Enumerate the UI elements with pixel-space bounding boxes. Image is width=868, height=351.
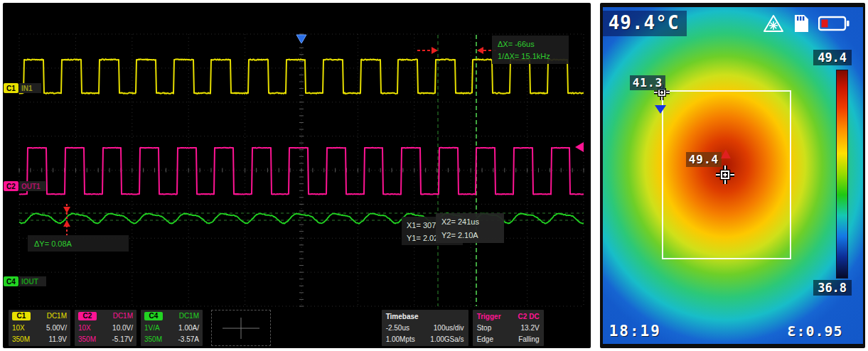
scope-display: ΔX= -66us 1/ΔX= 15.1kHz X1= 307 Y1= 2.02…	[3, 3, 591, 311]
c2-probe: 10X	[78, 323, 91, 333]
dy-readout-box: ΔY= 0.08A	[28, 235, 129, 252]
c1-bandwidth: 350M	[12, 335, 30, 345]
c4-coupling: DC1M	[179, 311, 199, 321]
x2y2-readout-box: X2= 241us Y2= 2.10A	[436, 213, 504, 243]
scale-min-label: 36.8	[813, 280, 852, 296]
x1-value: X1= 307	[407, 221, 436, 230]
c2-bandwidth: 350M	[78, 335, 96, 345]
spot2-temp-label: 49.4	[686, 152, 722, 167]
oscilloscope-panel: ΔX= -66us 1/ΔX= 15.1kHz X1= 307 Y1= 2.02…	[3, 3, 591, 348]
laser-warning-icon	[763, 14, 784, 33]
dx-readout-box: ΔX= -66us 1/ΔX= 15.1kHz	[492, 36, 569, 64]
battery-low-icon	[818, 16, 850, 31]
empty-channel-slot[interactable]	[211, 310, 271, 346]
c1-offset: 11.9V	[49, 335, 67, 345]
trigger-level-marker[interactable]	[575, 142, 584, 152]
c1-scale: 5.00V/	[46, 323, 67, 333]
c2-trace-label: OUT1	[21, 183, 41, 190]
c1-trace-label: IN1	[21, 85, 33, 92]
timebase-samplerate: 1.00GSa/s	[430, 335, 464, 345]
trigger-source: C2 DC	[518, 311, 540, 322]
y1-value: Y1= 2.02	[407, 234, 438, 242]
y2-value: Y2= 2.10A	[441, 231, 478, 239]
c2-scale: 10.0V/	[112, 323, 133, 333]
trigger-type: Edge	[477, 335, 493, 345]
c4-trace-label: IOUT	[21, 278, 38, 286]
dy-arrow-down-icon	[63, 207, 70, 213]
channel-info-c2[interactable]: C2 DC1M 10X10.0V/ 350M-5.17V	[75, 310, 136, 346]
page: ΔX= -66us 1/ΔX= 15.1kHz X1= 307 Y1= 2.02…	[0, 0, 868, 351]
inv-dx-value: 1/ΔX= 15.1kHz	[498, 52, 550, 60]
thermal-camera-panel: 49.4°C	[600, 3, 865, 348]
c4-probe: 1V/A	[144, 323, 160, 333]
c4-channel-badge[interactable]: C4 IOUT	[4, 276, 46, 286]
max-temp-marker-icon	[721, 149, 731, 158]
timebase-title: Timebase	[386, 311, 464, 322]
trigger-box[interactable]: Trigger C2 DC Stop13.2V EdgeFalling	[473, 310, 544, 346]
timebase-memory: 1.00Mpts	[386, 335, 415, 345]
trigger-slope: Falling	[518, 335, 539, 345]
c2-badge: C2	[78, 312, 97, 320]
dy-value: ΔY= 0.08A	[34, 239, 73, 248]
c1-coupling: DC1M	[47, 311, 67, 321]
emissivity-readout: Ɛ:0.95	[787, 323, 842, 340]
c2-offset: -5.17V	[112, 335, 133, 345]
dx-value: ΔX= -66us	[498, 40, 535, 48]
max-temp-readout: 49.4°C	[603, 11, 687, 36]
trigger-position-marker[interactable]	[296, 35, 306, 43]
svg-text:C1: C1	[6, 85, 16, 92]
trigger-title: Trigger	[477, 311, 501, 322]
x2-value: X2= 241us	[441, 217, 479, 226]
timebase-scale: 100us/div	[434, 323, 464, 333]
c2-coupling: DC1M	[113, 311, 133, 321]
c4-scale: 1.00A/	[178, 323, 199, 333]
clock-readout: 18:19	[609, 323, 661, 340]
trigger-mode: Stop	[477, 323, 492, 333]
timebase-box[interactable]: Timebase -2.50us100us/div 1.00Mpts1.00GS…	[382, 310, 468, 346]
dx-arrow2-head-icon	[477, 47, 483, 54]
status-icons	[763, 14, 850, 33]
svg-text:C4: C4	[6, 278, 16, 286]
svg-text:C2: C2	[6, 183, 16, 190]
thermal-image: 49.4°C	[603, 7, 863, 344]
c2-channel-badge[interactable]: C2 OUT1	[4, 181, 46, 191]
scale-max-label: 49.4	[813, 50, 852, 65]
c1-probe: 10X	[12, 323, 25, 333]
channel-info-c4[interactable]: C4 DC1M 1V/A1.00A/ 350M-3.57A	[141, 310, 203, 346]
spot1-temp-label: 41.3	[630, 75, 666, 90]
sd-card-icon	[793, 14, 809, 33]
channel-info-c1[interactable]: C1 DC1M 10X5.00V/ 350M11.9V	[9, 310, 70, 346]
c1-badge: C1	[12, 312, 31, 320]
c4-offset: -3.57A	[178, 335, 199, 345]
min-temp-marker-icon	[655, 105, 666, 114]
c4-badge: C4	[144, 312, 163, 320]
spot2-crosshair-icon	[715, 165, 735, 185]
temperature-scale-bar	[836, 70, 848, 279]
timebase-delay: -2.50us	[386, 323, 409, 333]
trigger-level: 13.2V	[520, 323, 539, 333]
dy-arrow-up-icon	[63, 220, 70, 227]
c1-channel-badge[interactable]: C1 IN1	[4, 83, 41, 93]
c4-bandwidth: 350M	[144, 335, 162, 345]
dx-arrow1-head-icon	[432, 47, 438, 54]
graticule-axis-ticks	[19, 34, 584, 306]
scope-status-bar: C1 DC1M 10X5.00V/ 350M11.9V C2 DC1M 10X1…	[9, 310, 591, 346]
